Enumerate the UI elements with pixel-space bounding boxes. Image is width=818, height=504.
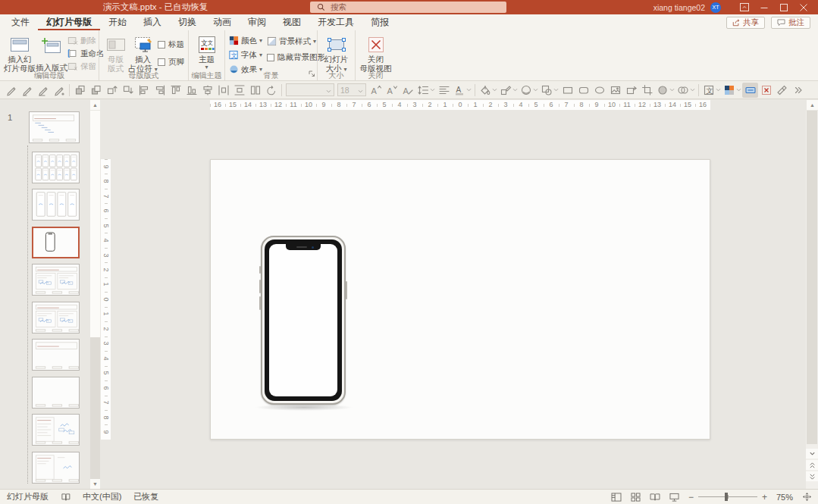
- sidebar-scroll-up-button[interactable]: ▲: [90, 100, 100, 110]
- slide-size-button[interactable]: 幻灯片 大小 ▾: [321, 33, 351, 73]
- footer-checkbox[interactable]: 页脚: [158, 56, 184, 67]
- zoom-slider-knob[interactable]: [725, 493, 728, 501]
- ellipse-icon[interactable]: [591, 83, 607, 98]
- view-name-label[interactable]: 幻灯片母版: [7, 491, 49, 502]
- slide-master-thumbnail[interactable]: [29, 111, 80, 143]
- shape-outline-icon[interactable]: [498, 83, 519, 98]
- canvas-scrollbar[interactable]: [806, 111, 818, 489]
- zoom-out-button[interactable]: −: [688, 493, 694, 501]
- recolor-icon[interactable]: [655, 83, 675, 98]
- themes-button[interactable]: 文文 主题 ▾: [193, 33, 221, 70]
- decrease-font-size-icon[interactable]: A: [384, 83, 400, 98]
- close-button[interactable]: [794, 0, 813, 14]
- align-left-icon[interactable]: [136, 83, 152, 98]
- insert-placeholder-button[interactable]: 插入 占位符 ▾: [128, 33, 158, 73]
- format-pen-3-icon[interactable]: [35, 83, 51, 98]
- zoom-in-button[interactable]: +: [762, 493, 767, 501]
- line-spacing-icon[interactable]: [415, 83, 436, 98]
- merge-shapes-icon[interactable]: [539, 83, 559, 98]
- layout-thumbnail-7[interactable]: [32, 377, 80, 409]
- zoom-level-label[interactable]: 75%: [776, 493, 793, 502]
- format-pen-4-icon[interactable]: [51, 83, 67, 98]
- font-color-icon[interactable]: A: [452, 83, 472, 98]
- clear-formatting-icon[interactable]: A: [400, 83, 415, 98]
- slide-sorter-view-button[interactable]: [631, 493, 641, 502]
- slide-canvas[interactable]: [210, 159, 710, 440]
- layout-thumbnail-4[interactable]: [32, 264, 80, 296]
- phone-mockup-image[interactable]: [261, 236, 346, 405]
- sidebar-scroll-down-button[interactable]: ▼: [90, 479, 100, 489]
- maximize-button[interactable]: [774, 0, 794, 14]
- rectangle-icon[interactable]: [559, 83, 575, 98]
- close-view-icon[interactable]: [758, 83, 774, 98]
- layout-thumbnail-8[interactable]: [32, 414, 80, 446]
- avatar[interactable]: XT: [710, 2, 721, 13]
- fill-color-icon[interactable]: [478, 83, 498, 98]
- vertical-ruler[interactable]: 9876543210123456789: [101, 159, 111, 440]
- canvas-scrollbar-thumb[interactable]: [807, 111, 817, 444]
- distribute-horizontal-icon[interactable]: [215, 83, 231, 98]
- layout-thumbnail-3[interactable]: [32, 227, 80, 258]
- normal-view-button[interactable]: [611, 493, 622, 502]
- background-dialog-launcher[interactable]: [308, 69, 315, 80]
- comments-button[interactable]: 批注: [771, 17, 810, 29]
- increase-font-size-icon[interactable]: A: [368, 83, 384, 98]
- tab-9[interactable]: 简报: [362, 14, 397, 30]
- format-painter-icon[interactable]: [774, 83, 790, 98]
- ribbon-display-options-button[interactable]: [735, 0, 754, 14]
- sidebar-scrollbar-thumb[interactable]: [90, 111, 100, 337]
- align-top-icon[interactable]: [168, 83, 183, 98]
- crop-icon[interactable]: [639, 83, 655, 98]
- zoom-slider[interactable]: [698, 496, 757, 497]
- tab-6[interactable]: 审阅: [240, 14, 274, 30]
- previous-slide-button[interactable]: [806, 460, 818, 470]
- layout-thumbnail-6[interactable]: [32, 339, 80, 371]
- insert-layout-button[interactable]: 插入版式: [36, 33, 67, 73]
- horizontal-ruler[interactable]: 1615141312111098765432101234567891011121…: [210, 100, 710, 110]
- font-size-combobox[interactable]: 18: [337, 83, 366, 96]
- tab-1[interactable]: 幻灯片母版: [38, 14, 100, 30]
- send-to-back-icon[interactable]: [88, 83, 104, 98]
- bring-to-front-icon[interactable]: [72, 83, 88, 98]
- slideshow-view-button[interactable]: [669, 493, 679, 502]
- fit-to-window-button[interactable]: [802, 492, 812, 502]
- tab-0[interactable]: 文件: [3, 14, 38, 30]
- tab-7[interactable]: 视图: [274, 14, 309, 30]
- fonts-button[interactable]: 文 字体▾: [229, 49, 262, 61]
- align-bottom-icon[interactable]: [183, 83, 199, 98]
- tab-3[interactable]: 插入: [135, 14, 170, 30]
- align-center-icon[interactable]: [199, 83, 215, 98]
- format-pen-1-icon[interactable]: [3, 83, 19, 98]
- insert-slide-master-button[interactable]: 插入幻 灯片母版: [4, 33, 36, 73]
- next-slide-button[interactable]: [806, 471, 818, 481]
- align-text-icon[interactable]: [436, 83, 452, 98]
- user-name[interactable]: xiang tiange02: [653, 3, 705, 12]
- tab-5[interactable]: 动画: [205, 14, 240, 30]
- rounded-rectangle-icon[interactable]: [575, 83, 591, 98]
- align-right-icon[interactable]: [152, 83, 168, 98]
- canvas-scroll-down-button[interactable]: [806, 449, 818, 459]
- tab-2[interactable]: 开始: [100, 14, 135, 30]
- distribute-vertical-icon[interactable]: [231, 83, 247, 98]
- tab-4[interactable]: 切换: [170, 14, 205, 30]
- sidebar-scrollbar[interactable]: ▼: [90, 111, 100, 489]
- close-master-view-button[interactable]: 关闭 母版视图: [359, 33, 392, 73]
- canvas-scroll-up-button[interactable]: ▲: [807, 100, 818, 110]
- text-box-icon[interactable]: 文: [701, 83, 722, 98]
- font-name-combobox[interactable]: [286, 83, 334, 96]
- colors-button[interactable]: 颜色▾: [229, 35, 262, 46]
- layout-thumbnail-9[interactable]: [32, 452, 80, 484]
- more-icon[interactable]: [790, 83, 806, 98]
- equal-size-icon[interactable]: [247, 83, 263, 98]
- slide-size-icon[interactable]: [742, 83, 758, 98]
- layout-thumbnail-1[interactable]: [32, 152, 80, 183]
- minimize-button[interactable]: [754, 0, 774, 14]
- language-label[interactable]: 中文(中国): [83, 491, 121, 502]
- search-box[interactable]: 搜索: [310, 2, 506, 13]
- bring-forward-icon[interactable]: [104, 83, 120, 98]
- layout-thumbnail-2[interactable]: [32, 189, 80, 221]
- spellcheck-book-icon[interactable]: [61, 493, 71, 502]
- insert-picture-icon[interactable]: [607, 83, 623, 98]
- change-picture-icon[interactable]: [623, 83, 639, 98]
- send-backward-icon[interactable]: [120, 83, 136, 98]
